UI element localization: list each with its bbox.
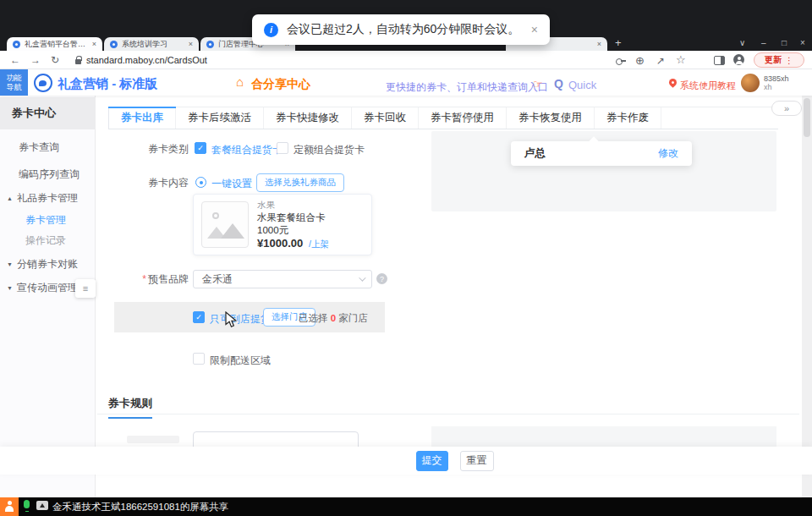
caret-down-icon: ▼ <box>7 285 13 291</box>
quick-search-icon[interactable]: Q <box>554 77 563 91</box>
person-icon <box>5 501 14 513</box>
card-content-label: 券卡内容 <box>97 176 189 190</box>
product-price: ¥1000.00 <box>257 237 303 250</box>
screen: 礼盒营销平台管理中心 × 系统培训学习 × 门店管理中心 × × + ∨ – □… <box>0 0 812 516</box>
checkbox-package-card[interactable]: ✓ <box>195 142 206 154</box>
lock-icon <box>75 59 81 64</box>
password-key-icon[interactable] <box>616 58 626 64</box>
quick-entry-link[interactable]: 更快捷的券卡、订单和快递查询入口 <box>386 80 548 95</box>
more-vert-icon: ⋮ <box>785 56 793 65</box>
checkbox-limit-delivery-area[interactable] <box>193 353 205 365</box>
browser-tab-1[interactable]: 礼盒营销平台管理中心 × <box>7 37 102 51</box>
tutorial-link[interactable]: 系统使用教程 <box>680 80 736 92</box>
store-pickup-label[interactable]: 只可到店提货 <box>210 312 271 327</box>
back-icon[interactable]: ← <box>10 54 20 66</box>
tab-card-resume[interactable]: 券卡恢复使用 <box>507 107 595 129</box>
tab-title: 礼盒营销平台管理中心 <box>25 39 88 50</box>
tab-card-void[interactable]: 券卡作废 <box>595 107 661 129</box>
checkbox-fixed-amount-card[interactable] <box>277 142 288 154</box>
sidebar-item-label: 宣传动画管理 <box>17 281 78 295</box>
browser-update-button[interactable]: 更新 ⋮ <box>754 52 804 68</box>
select-value: 金禾通 <box>202 272 233 287</box>
presale-brand-label: *预售品牌 <box>97 272 189 287</box>
check-icon: ✓ <box>195 313 202 321</box>
user-avatar[interactable] <box>741 74 760 92</box>
sidebar-group-distribution-reconcile[interactable]: ▼ 分销券卡对账 <box>0 254 96 274</box>
sidebar-item-card-query[interactable]: 券卡查询 <box>0 137 96 157</box>
help-icon[interactable]: ? <box>376 273 387 284</box>
function-nav-button[interactable]: 功能 导航 <box>0 69 28 96</box>
chevron-down-icon <box>359 274 365 281</box>
browser-profile-icon[interactable] <box>733 54 744 65</box>
info-icon: i <box>264 23 278 37</box>
caret-down-icon: ▼ <box>7 261 13 267</box>
screen-share-icon <box>36 501 48 510</box>
select-goods-button[interactable]: 选择兑换礼券商品 <box>256 173 344 192</box>
pointer-hand-icon: ☞ <box>533 78 543 91</box>
lower-gray-panel <box>431 426 776 447</box>
url-text[interactable]: standard.maboy.cn/CardsOut <box>86 55 207 65</box>
nav-line2: 导航 <box>7 83 22 92</box>
quick-label[interactable]: Quick <box>568 79 596 91</box>
meeting-toast: i 会议已超过2人，自动转为60分钟限时会议。 × <box>252 14 550 45</box>
sidebar-title: 券卡中心 <box>0 97 96 129</box>
tab-close-icon[interactable]: × <box>92 40 96 48</box>
sidebar-item-card-management[interactable]: 券卡管理 <box>0 210 96 230</box>
scrollbar-thumb[interactable] <box>804 98 810 137</box>
rules-section-title: 券卡规则 <box>108 396 152 419</box>
selected-store-count-text: 已选择 0 家门店 <box>299 312 368 325</box>
partial-hidden-label <box>127 436 179 443</box>
window-minimize-button[interactable]: – <box>761 38 766 47</box>
sidebar-item-code-sequence-query[interactable]: 编码序列查询 <box>0 164 96 184</box>
side-panel-icon[interactable] <box>714 56 725 65</box>
app-title: 礼盒营销 - 标准版 <box>58 76 157 92</box>
user-name: 8385xh <box>764 74 789 83</box>
window-menu-icon[interactable]: ∨ <box>739 38 745 47</box>
new-tab-button[interactable]: + <box>615 36 622 49</box>
tab-close-icon[interactable]: × <box>597 40 601 48</box>
tab-card-activate[interactable]: 券卡后续激活 <box>176 107 264 129</box>
forward-icon[interactable]: → <box>30 54 41 66</box>
presale-brand-select[interactable]: 金禾通 <box>193 270 372 288</box>
tab-favicon <box>110 41 118 48</box>
zoom-icon[interactable]: ⊕ <box>635 54 645 67</box>
sidebar-group-gift-card-mgmt[interactable]: ▲ 礼品券卡管理 <box>0 188 96 208</box>
one-key-setting-label[interactable]: 一键设置 <box>211 177 252 191</box>
tab-card-quick-edit[interactable]: 券卡快捷修改 <box>264 107 352 129</box>
sidebar-item-label: 礼品券卡管理 <box>17 191 78 206</box>
nav-line1: 功能 <box>7 74 22 83</box>
reset-button[interactable]: 重置 <box>460 451 494 471</box>
submit-button[interactable]: 提交 <box>416 451 448 471</box>
radio-one-key-setting[interactable] <box>195 177 206 188</box>
share-icon[interactable]: ↗ <box>656 55 665 67</box>
scrollbar-track[interactable] <box>802 96 812 497</box>
toast-close-icon[interactable]: × <box>531 23 538 36</box>
sidebar-item-operation-log[interactable]: 操作记录 <box>0 230 96 250</box>
window-restore-button[interactable]: □ <box>782 38 787 47</box>
modify-link[interactable]: 修改 <box>658 146 678 161</box>
share-center-link[interactable]: 合分享中心 <box>251 77 310 92</box>
package-card-option-label[interactable]: 套餐组合提货卡 <box>211 143 283 157</box>
share-center-icon: ⌂ <box>236 74 244 89</box>
tab-card-pause[interactable]: 券卡暂停使用 <box>419 107 507 129</box>
mouse-cursor <box>225 311 237 328</box>
update-label: 更新 <box>765 54 782 66</box>
checkbox-store-pickup-only[interactable]: ✓ <box>193 311 205 323</box>
tab-close-icon[interactable]: × <box>189 40 193 48</box>
tab-card-recycle[interactable]: 券卡回收 <box>352 107 419 129</box>
tab-card-outbound[interactable]: 券卡出库 <box>108 107 176 129</box>
window-close-button[interactable]: × <box>800 38 805 47</box>
app-logo-icon <box>34 74 52 92</box>
sidebar-drag-handle[interactable]: ≡ <box>75 279 96 298</box>
fixed-amount-option-label[interactable]: 定额组合提货卡 <box>294 143 365 157</box>
browser-tab-2[interactable]: 系统培训学习 × <box>104 37 199 51</box>
limit-delivery-area-label[interactable]: 限制配送区域 <box>210 354 271 368</box>
refresh-icon[interactable]: ↻ <box>51 54 59 66</box>
product-status-link[interactable]: /上架 <box>309 239 329 250</box>
contact-popover: 卢总 修改 <box>511 141 692 166</box>
user-subname: xh <box>764 83 772 91</box>
collapse-panel-button[interactable]: » <box>771 101 802 116</box>
toast-message: 会议已超过2人，自动转为60分钟限时会议。 <box>287 22 519 37</box>
bookmark-star-icon[interactable]: ☆ <box>676 53 686 66</box>
contact-name: 卢总 <box>524 146 546 161</box>
